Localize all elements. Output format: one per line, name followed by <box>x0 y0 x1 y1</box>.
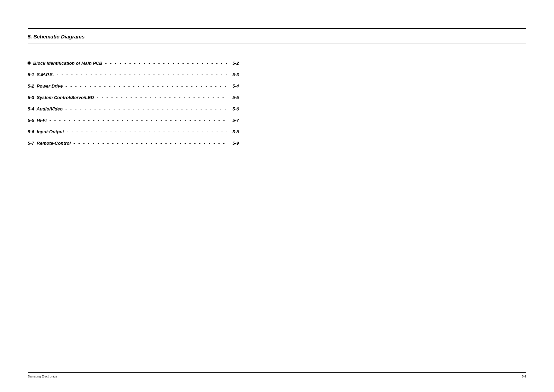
diamond-bullet-icon <box>27 61 31 65</box>
toc-label: Block Identification of Main PCB <box>28 61 102 66</box>
toc-row: Block Identification of Main PCB - - - -… <box>28 61 239 66</box>
toc-leader: - - - - - - - - - - - - - - - - - - - - … <box>73 141 227 146</box>
toc-page: 5-5 <box>230 95 239 100</box>
toc-container: Block Identification of Main PCB - - - -… <box>28 61 239 146</box>
footer-right: 5-1 <box>522 375 526 378</box>
toc-prefix: 5-2 <box>28 83 34 89</box>
toc-label: 5-2 Power Drive <box>28 83 63 89</box>
toc-prefix: 5-7 <box>28 141 34 146</box>
toc-leader: - - - - - - - - - - - - - - - - - - - - … <box>65 106 227 112</box>
toc-leader: - - - - - - - - - - - - - - - - - - - - … <box>50 118 227 123</box>
toc-label: 5-3 System Control/Servo/LED <box>28 95 94 100</box>
toc-row: 5-2 Power Drive - - - - - - - - - - - - … <box>28 83 239 89</box>
toc-label-text: Remote-Control <box>37 141 71 146</box>
toc-row: 5-7 Remote-Control - - - - - - - - - - -… <box>28 141 239 146</box>
title-underline-rule <box>28 44 526 44</box>
toc-label-text: System Control/Servo/LED <box>37 95 94 100</box>
toc-row: 5-5 Hi-Fi - - - - - - - - - - - - - - - … <box>28 118 239 123</box>
toc-page: 5-8 <box>230 129 239 134</box>
toc-page: 5-2 <box>230 61 239 66</box>
toc-prefix: 5-1 <box>28 72 34 77</box>
toc-label: 5-5 Hi-Fi <box>28 118 47 123</box>
toc-prefix: 5-4 <box>28 106 34 112</box>
toc-label-text: Hi-Fi <box>37 118 47 123</box>
toc-label: 5-6 Input-Output <box>28 129 64 134</box>
toc-leader: - - - - - - - - - - - - - - - - - - - - … <box>65 83 227 89</box>
toc-label: 5-1 S.M.P.S. <box>28 72 54 77</box>
toc-page: 5-7 <box>230 118 239 123</box>
toc-page: 5-3 <box>230 72 239 77</box>
toc-label-text: Block Identification of Main PCB <box>33 61 102 66</box>
toc-row: 5-3 System Control/Servo/LED - - - - - -… <box>28 95 239 100</box>
toc-row: 5-6 Input-Output - - - - - - - - - - - -… <box>28 129 239 134</box>
toc-label: 5-7 Remote-Control <box>28 141 71 146</box>
toc-row: 5-4 Audio/Video - - - - - - - - - - - - … <box>28 106 239 112</box>
toc-leader: - - - - - - - - - - - - - - - - - - - - … <box>57 72 227 77</box>
toc-prefix: 5-6 <box>28 129 34 134</box>
toc-label-text: S.M.P.S. <box>37 72 54 77</box>
footer-left: Samsung Electronics <box>28 375 57 378</box>
toc-row: 5-1 S.M.P.S. - - - - - - - - - - - - - -… <box>28 72 239 77</box>
toc-leader: - - - - - - - - - - - - - - - - - - - - … <box>67 129 227 134</box>
toc-page: 5-6 <box>230 106 239 112</box>
toc-leader: - - - - - - - - - - - - - - - - - - - - … <box>105 61 227 66</box>
toc-label: 5-4 Audio/Video <box>28 106 63 112</box>
toc-label-text: Audio/Video <box>37 106 63 112</box>
toc-page: 5-4 <box>230 83 239 89</box>
top-thick-rule <box>28 28 526 29</box>
footer: Samsung Electronics 5-1 <box>28 372 526 378</box>
footer-rule <box>28 372 526 373</box>
toc-page: 5-9 <box>230 141 239 146</box>
section-title: 5. Schematic Diagrams <box>28 32 526 42</box>
toc-label-text: Power Drive <box>37 83 63 89</box>
toc-leader: - - - - - - - - - - - - - - - - - - - - … <box>97 95 227 100</box>
toc-label-text: Input-Output <box>37 129 64 134</box>
toc-prefix: 5-3 <box>28 95 34 100</box>
toc-prefix: 5-5 <box>28 118 34 123</box>
